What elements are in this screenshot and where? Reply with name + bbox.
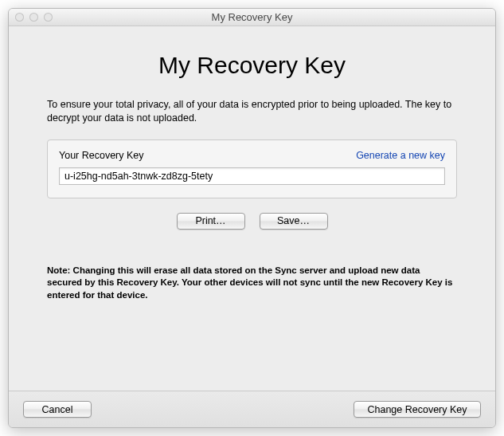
content-area: My Recovery Key To ensure your total pri… — [9, 26, 495, 391]
close-icon[interactable] — [15, 13, 24, 22]
recovery-key-label: Your Recovery Key — [59, 150, 144, 161]
cancel-button[interactable]: Cancel — [23, 401, 92, 418]
page-title: My Recovery Key — [47, 52, 457, 79]
recovery-key-input[interactable] — [59, 167, 445, 185]
titlebar: My Recovery Key — [9, 9, 495, 26]
zoom-icon[interactable] — [44, 13, 53, 22]
dialog-window: My Recovery Key My Recovery Key To ensur… — [8, 8, 496, 428]
window-title: My Recovery Key — [9, 11, 495, 23]
action-button-row: Print… Save… — [47, 213, 457, 230]
intro-text: To ensure your total privacy, all of you… — [47, 98, 457, 125]
dialog-footer: Cancel Change Recovery Key — [9, 391, 495, 427]
print-button[interactable]: Print… — [177, 213, 245, 230]
generate-new-key-link[interactable]: Generate a new key — [356, 150, 445, 161]
recovery-key-panel: Your Recovery Key Generate a new key — [47, 139, 457, 198]
change-recovery-key-button[interactable]: Change Recovery Key — [354, 401, 481, 418]
minimize-icon[interactable] — [29, 13, 38, 22]
save-button[interactable]: Save… — [260, 213, 328, 230]
window-controls — [15, 13, 53, 22]
panel-header: Your Recovery Key Generate a new key — [59, 150, 445, 161]
note-text: Note: Changing this will erase all data … — [47, 265, 457, 302]
